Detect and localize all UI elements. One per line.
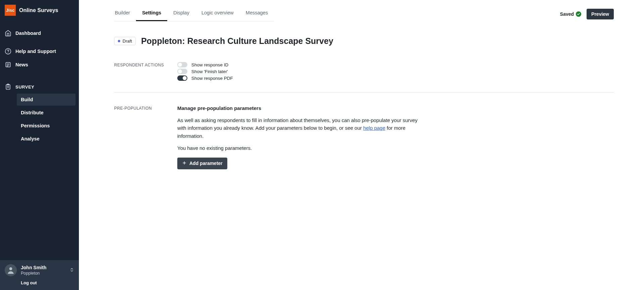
tab-messages[interactable]: Messages — [240, 7, 274, 21]
status-badge: Draft — [114, 37, 136, 45]
toggle-label: Show response PDF — [191, 76, 233, 81]
badge-label: Draft — [123, 39, 132, 44]
toggle-label: Show response ID — [191, 62, 228, 67]
avatar — [5, 264, 17, 276]
nav-news-label: News — [15, 62, 28, 67]
nav-news[interactable]: News — [0, 58, 79, 71]
user-row[interactable]: John Smith Poppleton — [5, 264, 74, 276]
app-title: Online Surveys — [19, 7, 58, 13]
preview-button[interactable]: Preview — [587, 9, 614, 19]
plus-icon — [182, 161, 187, 166]
tab-display[interactable]: Display — [167, 7, 195, 21]
saved-label: Saved — [560, 11, 574, 17]
nav-build[interactable]: Build — [17, 94, 76, 106]
add-parameter-button[interactable]: Add parameter — [177, 158, 227, 169]
add-parameter-label: Add parameter — [189, 161, 223, 166]
sidebar-header: Jisc Online Surveys — [0, 0, 79, 20]
toggle-row: Show response ID — [177, 62, 426, 67]
nav-dashboard[interactable]: Dashboard — [0, 26, 79, 40]
toggle-row: Show response PDF — [177, 75, 426, 81]
page-title: Poppleton: Research Culture Landscape Su… — [141, 36, 333, 46]
page-header: Draft Poppleton: Research Culture Landsc… — [79, 21, 644, 49]
nav-distribute-label: Distribute — [21, 110, 44, 115]
news-icon — [5, 61, 11, 68]
toggle-switch[interactable] — [177, 62, 187, 67]
sidebar: Jisc Online Surveys Dashboard Help and S… — [0, 0, 79, 290]
respondent-actions-label: RESPONDENT ACTIONS — [114, 62, 177, 82]
nav-build-label: Build — [21, 97, 33, 102]
prepop-description: As well as asking respondents to fill in… — [177, 116, 426, 140]
svg-point-10 — [9, 267, 12, 270]
tabs: Builder Settings Display Logic overview … — [114, 7, 274, 21]
nav-distribute[interactable]: Distribute — [17, 107, 76, 119]
nav-survey-header[interactable]: SURVEY — [0, 77, 79, 94]
prepop-body: Manage pre-population parameters As well… — [177, 105, 426, 169]
prepop-label: PRE-POPULATION — [114, 105, 177, 169]
tab-settings[interactable]: Settings — [136, 7, 167, 21]
toggle-switch[interactable] — [177, 75, 187, 81]
topbar-right: Saved Preview — [560, 9, 614, 21]
user-name: John Smith — [21, 265, 46, 271]
toggle-switch[interactable] — [177, 69, 187, 74]
help-circle-icon — [5, 48, 11, 55]
nav-permissions[interactable]: Permissions — [17, 120, 76, 132]
main: Builder Settings Display Logic overview … — [79, 0, 644, 290]
jisc-logo: Jisc — [5, 5, 16, 16]
nav-analyse[interactable]: Analyse — [17, 133, 76, 145]
nav-help[interactable]: Help and Support — [0, 45, 79, 58]
nav-help-label: Help and Support — [15, 49, 56, 54]
prepop-title: Manage pre-population parameters — [177, 105, 426, 111]
topbar: Builder Settings Display Logic overview … — [79, 0, 644, 21]
tab-logic[interactable]: Logic overview — [195, 7, 240, 21]
check-circle-icon — [576, 11, 581, 17]
respondent-actions-body: Show response IDShow 'Finish later'Show … — [177, 62, 426, 82]
nav-analyse-label: Analyse — [21, 136, 40, 141]
saved-indicator: Saved — [560, 11, 581, 17]
badge-dot-icon — [118, 40, 120, 42]
sidebar-footer: John Smith Poppleton Log out — [0, 260, 79, 290]
user-org: Poppleton — [21, 271, 46, 276]
nav-permissions-label: Permissions — [21, 123, 50, 128]
no-params-text: You have no existing parameters. — [177, 145, 426, 151]
user-text: John Smith Poppleton — [21, 265, 46, 276]
chevron-up-down-icon — [70, 268, 74, 274]
help-page-link[interactable]: help page — [363, 125, 385, 131]
tab-builder[interactable]: Builder — [114, 7, 136, 21]
nav-survey-label: SURVEY — [15, 84, 34, 90]
toggle-row: Show 'Finish later' — [177, 69, 426, 74]
nav-dashboard-label: Dashboard — [15, 31, 41, 36]
toggle-label: Show 'Finish later' — [191, 69, 228, 74]
section-respondent-actions: RESPONDENT ACTIONS Show response IDShow … — [79, 49, 644, 92]
logout-link[interactable]: Log out — [21, 280, 74, 285]
clipboard-icon — [5, 83, 11, 90]
section-prepopulation: PRE-POPULATION Manage pre-population par… — [79, 93, 644, 179]
home-icon — [5, 30, 11, 37]
